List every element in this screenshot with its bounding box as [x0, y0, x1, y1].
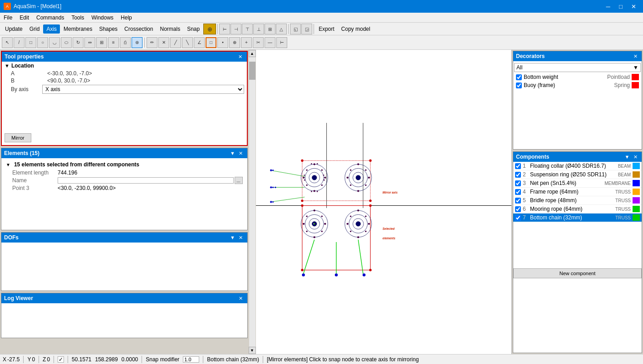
comp-check-1[interactable] — [515, 172, 521, 178]
component-row-6[interactable]: 7 Bottom chain (32mm) TRUSS — [513, 214, 642, 222]
menu-help[interactable]: Help — [117, 13, 136, 22]
tool-arc[interactable]: ◡ — [49, 37, 60, 48]
component-row-4[interactable]: 5 Bridle rope (48mm) TRUSS — [513, 196, 642, 205]
decorator-check-1[interactable] — [516, 83, 522, 88]
tool-diag2[interactable]: ╲ — [182, 37, 193, 48]
dofs-dropdown[interactable]: ▼ — [229, 234, 236, 241]
tb-icon-1[interactable]: ⊢ — [219, 24, 230, 34]
maximize-button[interactable]: □ — [615, 2, 627, 11]
toolbar-grid[interactable]: Grid — [26, 24, 43, 34]
tb-icon-2[interactable]: ⊣ — [231, 24, 241, 34]
tool-scale[interactable]: ⊞ — [96, 37, 107, 48]
tool-angle[interactable]: ∠ — [194, 37, 205, 48]
decorator-color-1 — [632, 82, 639, 88]
elem-name-input[interactable] — [58, 177, 234, 184]
comp-color-5 — [633, 206, 640, 212]
close-button[interactable]: ✕ — [628, 2, 639, 11]
coord3-value: 0.0000 — [122, 356, 138, 363]
tool-rotate[interactable]: ↻ — [73, 37, 83, 48]
dofs-close[interactable]: ✕ — [237, 234, 245, 241]
minimize-button[interactable]: ─ — [602, 2, 614, 11]
menu-commands[interactable]: Commands — [33, 13, 68, 22]
status-x: X -27.5 — [3, 356, 20, 363]
tool-circle[interactable]: ○ — [37, 37, 48, 48]
elements-close[interactable]: ✕ — [237, 150, 245, 157]
decorators-dropdown[interactable]: All ▼ — [514, 63, 641, 72]
component-row-1[interactable]: 2 Suspension ring (Ø250 SDR11) BEAM — [513, 170, 642, 179]
tool-square[interactable]: □ — [206, 37, 216, 48]
prop-axis-select[interactable]: X axis — [42, 85, 244, 94]
status-sep-2 — [39, 356, 39, 363]
components-close[interactable]: ✕ — [632, 153, 639, 160]
tool-plus[interactable]: + — [241, 37, 252, 48]
tool-print[interactable]: ⎙ — [120, 37, 131, 48]
tool-active[interactable]: ⊛ — [132, 37, 142, 48]
tool-bars[interactable]: ≡ — [108, 37, 119, 48]
component-row-3[interactable]: 4 Frame rope (64mm) TRUSS — [513, 188, 642, 196]
svg-point-41 — [365, 184, 366, 186]
tool-special[interactable]: ⊢ — [276, 37, 287, 48]
toolbar-crossection[interactable]: Crossection — [121, 24, 156, 34]
tool-properties-close[interactable]: ✕ — [237, 53, 244, 60]
comp-check-3[interactable] — [515, 189, 521, 195]
tool-ellipse[interactable]: ⬭ — [61, 37, 72, 48]
tool-dash[interactable]: — — [265, 37, 275, 48]
comp-check-5[interactable] — [515, 206, 521, 212]
menu-file[interactable]: File — [0, 13, 16, 22]
toolbar-shapes[interactable]: Shapes — [96, 24, 121, 34]
toolbar-normals[interactable]: Normals — [157, 24, 183, 34]
tb-icon-4[interactable]: ⊥ — [253, 24, 264, 34]
log-close[interactable]: ✕ — [237, 295, 245, 302]
toolbar-copy-model[interactable]: Copy model — [338, 24, 373, 34]
main-canvas[interactable]: Mirror axis Selected elements — [256, 50, 512, 354]
mirror-button[interactable]: Mirror — [5, 133, 31, 142]
tb-icon-6[interactable]: △ — [276, 24, 287, 34]
component-row-0[interactable]: 1 Floating collar (Ø400 SDR16.7) BEAM — [513, 162, 642, 170]
svg-text:Mirror axis: Mirror axis — [383, 191, 398, 194]
comp-check-0[interactable] — [515, 163, 521, 169]
menu-tools[interactable]: Tools — [68, 13, 88, 22]
new-component-button[interactable]: New component — [513, 268, 642, 278]
component-row-5[interactable]: 6 Mooring rope (64mm) TRUSS — [513, 205, 642, 214]
tb-icon-8[interactable]: ◲ — [301, 24, 312, 34]
tool-split[interactable]: ⊕ — [229, 37, 240, 48]
tb-icon-3[interactable]: ⊤ — [242, 24, 253, 34]
tool-rect[interactable]: □ — [25, 37, 36, 48]
snap-modifier-input[interactable] — [183, 356, 199, 363]
scroll-track[interactable] — [249, 57, 255, 347]
toolbar-export[interactable]: Export — [315, 24, 338, 34]
toolbar-axis[interactable]: Axis — [43, 24, 60, 34]
scroll-thumb[interactable] — [249, 62, 255, 80]
decorators-close[interactable]: ✕ — [632, 53, 639, 60]
svg-point-70 — [350, 216, 351, 217]
tool-diag1[interactable]: ╱ — [170, 37, 181, 48]
comp-check-6[interactable] — [515, 215, 521, 221]
toolbar-snap[interactable]: Snap — [184, 24, 203, 34]
menu-windows[interactable]: Windows — [88, 13, 117, 22]
tb-icon-5[interactable]: ⊞ — [265, 24, 275, 34]
canvas-area[interactable]: Mirror axis Selected elements — [256, 50, 512, 354]
tool-mirror[interactable]: ⇔ — [84, 37, 95, 48]
tool-pencil[interactable]: ✏ — [147, 37, 157, 48]
comp-check-4[interactable] — [515, 198, 521, 204]
component-row-2[interactable]: 3 Net pen (Sn15.4%) MEMBRANE — [513, 179, 642, 188]
elements-dropdown[interactable]: ▼ — [229, 150, 236, 157]
location-section: ▼ Location — [2, 62, 247, 70]
tool-line[interactable]: / — [14, 37, 25, 48]
status-check-icon[interactable]: ✓ — [58, 356, 64, 363]
tool-select[interactable]: ↖ — [2, 37, 13, 48]
menu-edit[interactable]: Edit — [16, 13, 33, 22]
comp-check-2[interactable] — [515, 180, 521, 186]
components-dropdown[interactable]: ▼ — [623, 153, 631, 160]
toolbar-update[interactable]: Update — [2, 24, 26, 34]
toolbar-membranes[interactable]: Membranes — [60, 24, 95, 34]
toolbar-snap-icon[interactable]: ⊕ — [203, 24, 216, 34]
decorator-check-0[interactable] — [516, 74, 522, 80]
tb-icon-7[interactable]: ◱ — [290, 24, 301, 34]
tool-cross[interactable]: ✕ — [158, 37, 169, 48]
scroll-down[interactable]: ▼ — [249, 347, 256, 354]
elem-name-dots[interactable]: ... — [235, 177, 243, 184]
tool-node[interactable]: • — [217, 37, 228, 48]
scroll-up[interactable]: ▲ — [249, 50, 256, 57]
tool-cut[interactable]: ✂ — [253, 37, 264, 48]
